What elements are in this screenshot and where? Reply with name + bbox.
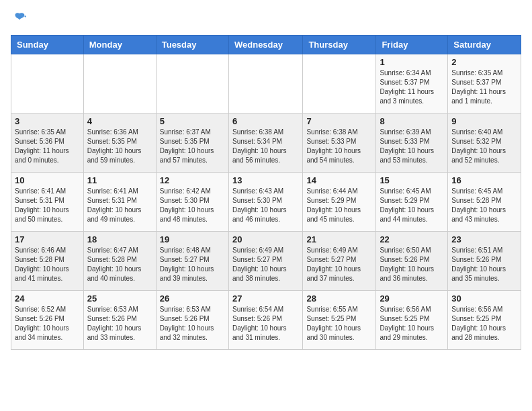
day-info: Sunrise: 6:53 AM Sunset: 5:26 PM Dayligh… xyxy=(87,305,152,342)
calendar-cell: 18Sunrise: 6:47 AM Sunset: 5:28 PM Dayli… xyxy=(83,232,156,291)
calendar-cell: 23Sunrise: 6:51 AM Sunset: 5:26 PM Dayli… xyxy=(448,232,521,291)
day-number: 23 xyxy=(451,234,517,244)
header-monday: Monday xyxy=(83,36,156,54)
logo-bird-icon xyxy=(12,11,27,30)
calendar-header-row: SundayMondayTuesdayWednesdayThursdayFrid… xyxy=(11,36,521,54)
header-tuesday: Tuesday xyxy=(156,36,228,54)
day-info: Sunrise: 6:47 AM Sunset: 5:28 PM Dayligh… xyxy=(87,246,152,283)
day-info: Sunrise: 6:48 AM Sunset: 5:27 PM Dayligh… xyxy=(160,246,225,283)
calendar-cell: 15Sunrise: 6:45 AM Sunset: 5:29 PM Dayli… xyxy=(376,173,448,232)
header-saturday: Saturday xyxy=(448,36,521,54)
day-number: 2 xyxy=(451,57,517,67)
day-info: Sunrise: 6:56 AM Sunset: 5:25 PM Dayligh… xyxy=(380,305,444,342)
header-thursday: Thursday xyxy=(303,36,376,54)
day-info: Sunrise: 6:37 AM Sunset: 5:35 PM Dayligh… xyxy=(160,128,225,165)
week-row-0: 1Sunrise: 6:34 AM Sunset: 5:37 PM Daylig… xyxy=(11,54,521,113)
day-info: Sunrise: 6:41 AM Sunset: 5:31 PM Dayligh… xyxy=(15,187,80,224)
day-number: 3 xyxy=(15,116,80,126)
day-info: Sunrise: 6:51 AM Sunset: 5:26 PM Dayligh… xyxy=(451,246,517,283)
day-info: Sunrise: 6:44 AM Sunset: 5:29 PM Dayligh… xyxy=(306,187,372,224)
day-number: 4 xyxy=(87,116,152,126)
day-number: 6 xyxy=(232,116,299,126)
calendar-cell: 29Sunrise: 6:56 AM Sunset: 5:25 PM Dayli… xyxy=(376,291,448,350)
day-info: Sunrise: 6:56 AM Sunset: 5:25 PM Dayligh… xyxy=(451,305,517,342)
day-number: 22 xyxy=(380,234,444,244)
calendar-cell: 4Sunrise: 6:36 AM Sunset: 5:35 PM Daylig… xyxy=(83,113,156,173)
day-number: 19 xyxy=(160,234,225,244)
day-number: 30 xyxy=(451,293,517,304)
calendar-cell: 9Sunrise: 6:40 AM Sunset: 5:32 PM Daylig… xyxy=(448,113,521,173)
calendar-cell: 25Sunrise: 6:53 AM Sunset: 5:26 PM Dayli… xyxy=(83,291,156,350)
week-row-4: 24Sunrise: 6:52 AM Sunset: 5:26 PM Dayli… xyxy=(11,291,521,350)
calendar-table: SundayMondayTuesdayWednesdayThursdayFrid… xyxy=(11,35,521,350)
calendar-cell: 28Sunrise: 6:55 AM Sunset: 5:25 PM Dayli… xyxy=(303,291,376,350)
day-info: Sunrise: 6:43 AM Sunset: 5:30 PM Dayligh… xyxy=(232,187,299,224)
week-row-2: 10Sunrise: 6:41 AM Sunset: 5:31 PM Dayli… xyxy=(11,173,521,232)
day-number: 16 xyxy=(451,175,517,185)
day-info: Sunrise: 6:35 AM Sunset: 5:37 PM Dayligh… xyxy=(451,68,517,106)
day-number: 12 xyxy=(160,175,225,185)
calendar-cell: 21Sunrise: 6:49 AM Sunset: 5:27 PM Dayli… xyxy=(303,232,376,291)
day-number: 10 xyxy=(15,175,80,185)
day-info: Sunrise: 6:49 AM Sunset: 5:27 PM Dayligh… xyxy=(306,246,372,283)
calendar-cell: 26Sunrise: 6:53 AM Sunset: 5:26 PM Dayli… xyxy=(156,291,228,350)
calendar-cell: 2Sunrise: 6:35 AM Sunset: 5:37 PM Daylig… xyxy=(448,54,521,113)
calendar-cell: 17Sunrise: 6:46 AM Sunset: 5:28 PM Dayli… xyxy=(11,232,84,291)
calendar-cell: 1Sunrise: 6:34 AM Sunset: 5:37 PM Daylig… xyxy=(376,54,448,113)
day-number: 28 xyxy=(306,293,372,304)
day-info: Sunrise: 6:41 AM Sunset: 5:31 PM Dayligh… xyxy=(87,187,152,224)
calendar-cell: 13Sunrise: 6:43 AM Sunset: 5:30 PM Dayli… xyxy=(228,173,302,232)
day-number: 25 xyxy=(87,293,152,304)
day-number: 1 xyxy=(380,57,444,67)
calendar-cell: 14Sunrise: 6:44 AM Sunset: 5:29 PM Dayli… xyxy=(303,173,376,232)
calendar-cell: 16Sunrise: 6:45 AM Sunset: 5:28 PM Dayli… xyxy=(448,173,521,232)
calendar-cell: 12Sunrise: 6:42 AM Sunset: 5:30 PM Dayli… xyxy=(156,173,228,232)
calendar-cell: 24Sunrise: 6:52 AM Sunset: 5:26 PM Dayli… xyxy=(11,291,84,350)
day-info: Sunrise: 6:46 AM Sunset: 5:28 PM Dayligh… xyxy=(15,246,80,283)
calendar-cell: 6Sunrise: 6:38 AM Sunset: 5:34 PM Daylig… xyxy=(228,113,302,173)
day-info: Sunrise: 6:40 AM Sunset: 5:32 PM Dayligh… xyxy=(451,128,517,165)
calendar-cell: 11Sunrise: 6:41 AM Sunset: 5:31 PM Dayli… xyxy=(83,173,156,232)
calendar-cell: 3Sunrise: 6:35 AM Sunset: 5:36 PM Daylig… xyxy=(11,113,84,173)
logo xyxy=(11,11,27,30)
week-row-1: 3Sunrise: 6:35 AM Sunset: 5:36 PM Daylig… xyxy=(11,113,521,173)
day-info: Sunrise: 6:34 AM Sunset: 5:37 PM Dayligh… xyxy=(380,68,444,106)
day-info: Sunrise: 6:55 AM Sunset: 5:25 PM Dayligh… xyxy=(306,305,372,342)
day-number: 29 xyxy=(380,293,444,304)
calendar-cell: 20Sunrise: 6:49 AM Sunset: 5:27 PM Dayli… xyxy=(228,232,302,291)
calendar-cell: 10Sunrise: 6:41 AM Sunset: 5:31 PM Dayli… xyxy=(11,173,84,232)
calendar-cell: 27Sunrise: 6:54 AM Sunset: 5:26 PM Dayli… xyxy=(228,291,302,350)
day-number: 17 xyxy=(15,234,80,244)
day-info: Sunrise: 6:36 AM Sunset: 5:35 PM Dayligh… xyxy=(87,128,152,165)
day-number: 18 xyxy=(87,234,152,244)
day-number: 13 xyxy=(232,175,299,185)
calendar-cell xyxy=(303,54,376,113)
calendar-cell xyxy=(11,54,84,113)
day-info: Sunrise: 6:39 AM Sunset: 5:33 PM Dayligh… xyxy=(380,128,444,165)
day-info: Sunrise: 6:35 AM Sunset: 5:36 PM Dayligh… xyxy=(15,128,80,165)
day-number: 5 xyxy=(160,116,225,126)
calendar-cell: 8Sunrise: 6:39 AM Sunset: 5:33 PM Daylig… xyxy=(376,113,448,173)
day-info: Sunrise: 6:50 AM Sunset: 5:26 PM Dayligh… xyxy=(380,246,444,283)
day-info: Sunrise: 6:45 AM Sunset: 5:28 PM Dayligh… xyxy=(451,187,517,224)
day-info: Sunrise: 6:53 AM Sunset: 5:26 PM Dayligh… xyxy=(160,305,225,342)
day-info: Sunrise: 6:52 AM Sunset: 5:26 PM Dayligh… xyxy=(15,305,80,342)
header-friday: Friday xyxy=(376,36,448,54)
day-number: 7 xyxy=(306,116,372,126)
calendar-cell xyxy=(156,54,228,113)
day-number: 8 xyxy=(380,116,444,126)
page-header xyxy=(11,11,521,30)
day-number: 11 xyxy=(87,175,152,185)
day-info: Sunrise: 6:49 AM Sunset: 5:27 PM Dayligh… xyxy=(232,246,299,283)
day-info: Sunrise: 6:38 AM Sunset: 5:34 PM Dayligh… xyxy=(232,128,299,165)
calendar-cell xyxy=(228,54,302,113)
day-number: 9 xyxy=(451,116,517,126)
calendar-cell: 5Sunrise: 6:37 AM Sunset: 5:35 PM Daylig… xyxy=(156,113,228,173)
week-row-3: 17Sunrise: 6:46 AM Sunset: 5:28 PM Dayli… xyxy=(11,232,521,291)
day-number: 20 xyxy=(232,234,299,244)
day-number: 24 xyxy=(15,293,80,304)
header-wednesday: Wednesday xyxy=(228,36,302,54)
calendar-cell: 19Sunrise: 6:48 AM Sunset: 5:27 PM Dayli… xyxy=(156,232,228,291)
calendar-cell: 22Sunrise: 6:50 AM Sunset: 5:26 PM Dayli… xyxy=(376,232,448,291)
day-info: Sunrise: 6:42 AM Sunset: 5:30 PM Dayligh… xyxy=(160,187,225,224)
